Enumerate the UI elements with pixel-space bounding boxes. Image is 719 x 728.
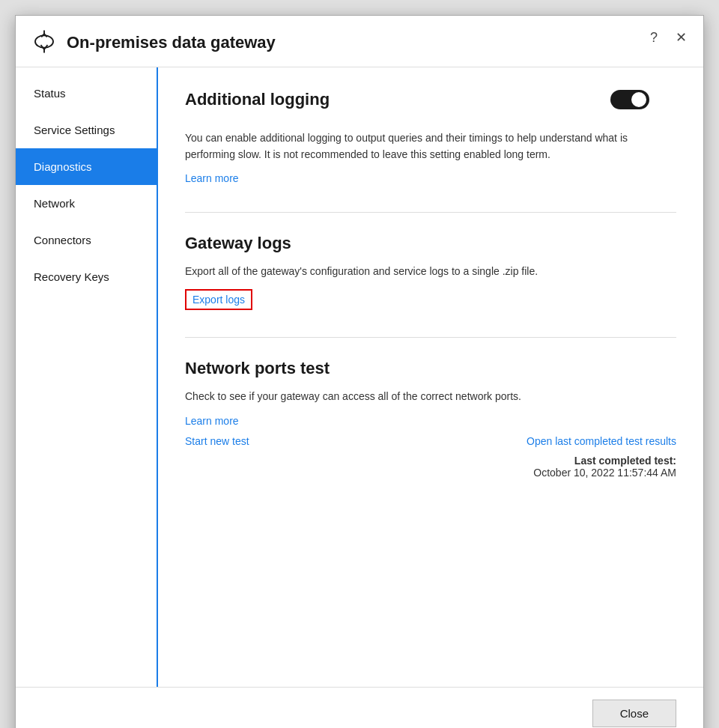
network-ports-learn-more[interactable]: Learn more <box>185 415 239 427</box>
gateway-icon <box>31 29 58 56</box>
toggle-container <box>610 90 649 112</box>
divider-1 <box>185 212 676 213</box>
export-logs-link[interactable]: Export logs <box>185 289 252 310</box>
sidebar-item-status[interactable]: Status <box>16 75 157 112</box>
sidebar-item-service-settings[interactable]: Service Settings <box>16 112 157 148</box>
sidebar-item-connectors[interactable]: Connectors <box>16 222 157 258</box>
network-ports-test-section: Network ports test Check to see if your … <box>185 359 676 479</box>
start-new-test-link[interactable]: Start new test <box>185 435 249 447</box>
open-last-results-link[interactable]: Open last completed test results <box>527 435 676 447</box>
title-bar: On-premises data gateway ? ✕ <box>16 16 703 67</box>
window-close-button[interactable]: ✕ <box>671 28 691 47</box>
gateway-logs-title: Gateway logs <box>185 234 676 253</box>
gateway-logs-section: Gateway logs Export all of the gateway's… <box>185 234 676 310</box>
additional-logging-title: Additional logging <box>185 90 330 109</box>
sidebar: Status Service Settings Diagnostics Netw… <box>16 67 158 687</box>
divider-2 <box>185 337 676 338</box>
network-ports-title: Network ports test <box>185 359 676 378</box>
app-title: On-premises data gateway <box>67 33 276 52</box>
app-window: On-premises data gateway ? ✕ Status Serv… <box>15 15 704 728</box>
last-completed-label: Last completed test: <box>574 455 676 467</box>
footer: Close <box>16 687 703 728</box>
sidebar-item-recovery-keys[interactable]: Recovery Keys <box>16 258 157 295</box>
sidebar-item-network[interactable]: Network <box>16 185 157 222</box>
additional-logging-header: Additional logging <box>185 90 676 120</box>
close-button[interactable]: Close <box>592 700 676 727</box>
window-controls: ? ✕ <box>646 28 691 47</box>
additional-logging-toggle[interactable] <box>610 90 649 109</box>
gateway-logs-desc: Export all of the gateway's configuratio… <box>185 264 676 280</box>
help-button[interactable]: ? <box>646 28 662 47</box>
last-completed-date: October 10, 2022 11:57:44 AM <box>533 467 676 479</box>
additional-logging-desc: You can enable additional logging to out… <box>185 130 676 163</box>
last-test-info: Last completed test: October 10, 2022 11… <box>185 455 676 479</box>
svg-point-0 <box>35 35 53 48</box>
main-content: Additional logging You can enable additi… <box>158 67 703 687</box>
network-ports-desc: Check to see if your gateway can access … <box>185 389 676 405</box>
additional-logging-section: Additional logging You can enable additi… <box>185 90 676 185</box>
content-area: Status Service Settings Diagnostics Netw… <box>16 67 703 687</box>
additional-logging-learn-more[interactable]: Learn more <box>185 172 239 184</box>
test-links-row: Start new test Open last completed test … <box>185 435 676 447</box>
sidebar-item-diagnostics[interactable]: Diagnostics <box>16 148 157 185</box>
